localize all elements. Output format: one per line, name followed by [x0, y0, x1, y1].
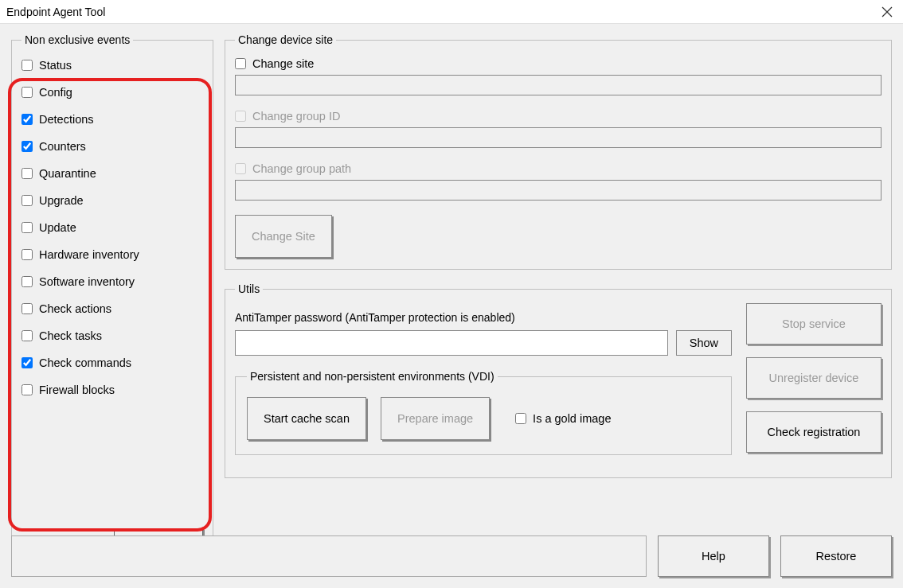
event-label: Check actions	[39, 302, 111, 315]
event-row: Quarantine	[22, 167, 203, 180]
event-label: Quarantine	[39, 167, 96, 180]
event-row: Counters	[22, 140, 203, 153]
window-title: Endpoint Agent Tool	[6, 6, 105, 18]
event-label: Check tasks	[39, 329, 102, 342]
change-group-path-input[interactable]	[235, 180, 882, 201]
event-checkbox-hardware-inventory[interactable]	[22, 249, 33, 260]
prepare-image-button[interactable]: Prepare image	[381, 397, 490, 440]
event-checkbox-firewall-blocks[interactable]	[22, 384, 33, 395]
event-checkbox-update[interactable]	[22, 222, 33, 233]
event-checkbox-status[interactable]	[22, 60, 33, 71]
event-label: Config	[39, 86, 72, 99]
event-row: Check tasks	[22, 329, 203, 342]
event-label: Firewall blocks	[39, 384, 115, 396]
close-button[interactable]	[878, 2, 897, 21]
window-titlebar: Endpoint Agent Tool	[0, 0, 903, 24]
event-checkbox-counters[interactable]	[22, 141, 33, 152]
start-cache-scan-button[interactable]: Start cache scan	[247, 397, 366, 440]
unregister-device-button[interactable]: Unregister device	[746, 357, 882, 399]
utils-group: Utils AntiTamper password (AntiTamper pr…	[225, 282, 892, 478]
event-row: Config	[22, 86, 203, 99]
vdi-group: Persistent and non-persistent environmen…	[235, 370, 732, 455]
event-row: Hardware inventory	[22, 248, 203, 261]
restore-button[interactable]: Restore	[780, 535, 892, 577]
event-label: Detections	[39, 113, 94, 126]
event-row: Upgrade	[22, 194, 203, 207]
event-row: Check commands	[22, 356, 203, 369]
antitamper-password-input[interactable]	[235, 330, 668, 356]
event-checkbox-software-inventory[interactable]	[22, 276, 33, 287]
change-group-id-label: Change group ID	[252, 110, 340, 123]
stop-service-button[interactable]: Stop service	[746, 303, 882, 345]
event-label: Update	[39, 221, 76, 234]
event-checkbox-check-actions[interactable]	[22, 303, 33, 314]
site-legend: Change device site	[235, 33, 336, 46]
close-icon	[882, 6, 893, 18]
event-row: Detections	[22, 113, 203, 126]
event-checkbox-config[interactable]	[22, 87, 33, 98]
change-site-input[interactable]	[235, 75, 882, 95]
event-row: Update	[22, 221, 203, 234]
event-checkbox-detections[interactable]	[22, 114, 33, 125]
event-checkbox-check-tasks[interactable]	[22, 330, 33, 341]
event-label: Upgrade	[39, 194, 84, 207]
event-checkbox-quarantine[interactable]	[22, 168, 33, 179]
event-checkbox-upgrade[interactable]	[22, 195, 33, 206]
change-device-site-group: Change device site Change site Change gr…	[225, 33, 892, 270]
change-group-path-label: Change group path	[252, 162, 351, 175]
event-label: Software inventory	[39, 275, 135, 288]
footer-bar: Help Restore	[11, 535, 892, 577]
change-group-id-input[interactable]	[235, 127, 882, 148]
antitamper-label: AntiTamper password (AntiTamper protecti…	[235, 311, 732, 324]
change-group-id-checkbox[interactable]	[235, 111, 246, 122]
event-label: Status	[39, 59, 72, 72]
change-site-label: Change site	[252, 57, 314, 70]
event-row: Firewall blocks	[22, 384, 203, 396]
event-label: Check commands	[39, 356, 131, 369]
event-row: Software inventory	[22, 275, 203, 288]
vdi-legend: Persistent and non-persistent environmen…	[247, 370, 498, 383]
events-legend: Non exclusive events	[22, 33, 133, 46]
change-site-checkbox[interactable]	[235, 58, 246, 69]
help-button[interactable]: Help	[658, 535, 769, 577]
event-label: Counters	[39, 140, 86, 153]
utils-legend: Utils	[235, 282, 263, 295]
status-field	[11, 535, 647, 577]
gold-image-label: Is a gold image	[533, 412, 611, 425]
event-label: Hardware inventory	[39, 248, 139, 261]
non-exclusive-events-group: Non exclusive events StatusConfigDetecti…	[11, 33, 213, 577]
change-site-button[interactable]: Change Site	[235, 215, 332, 258]
change-group-path-checkbox[interactable]	[235, 163, 246, 174]
event-row: Check actions	[22, 302, 203, 315]
gold-image-checkbox[interactable]	[515, 413, 526, 424]
show-password-button[interactable]: Show	[676, 330, 732, 356]
check-registration-button[interactable]: Check registration	[746, 411, 882, 453]
event-checkbox-check-commands[interactable]	[22, 357, 33, 368]
event-row: Status	[22, 59, 203, 72]
